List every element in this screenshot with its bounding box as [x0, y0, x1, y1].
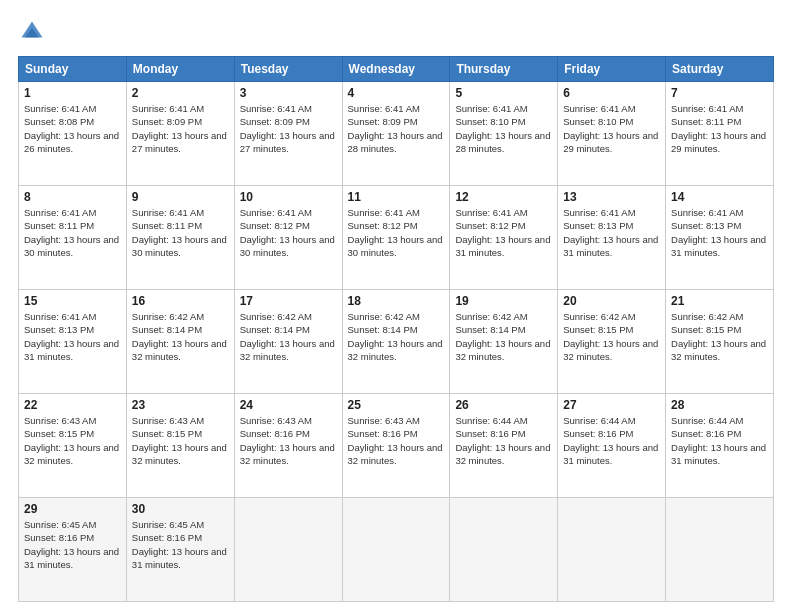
day-number: 25 — [348, 398, 445, 412]
table-row: 21 Sunrise: 6:42 AM Sunset: 8:15 PM Dayl… — [666, 290, 774, 394]
day-number: 22 — [24, 398, 121, 412]
col-thursday: Thursday — [450, 57, 558, 82]
day-number: 23 — [132, 398, 229, 412]
day-number: 12 — [455, 190, 552, 204]
table-row — [342, 498, 450, 602]
table-row: 5 Sunrise: 6:41 AM Sunset: 8:10 PM Dayli… — [450, 82, 558, 186]
day-info: Sunrise: 6:41 AM Sunset: 8:13 PM Dayligh… — [671, 206, 768, 259]
day-number: 5 — [455, 86, 552, 100]
day-number: 7 — [671, 86, 768, 100]
table-row: 18 Sunrise: 6:42 AM Sunset: 8:14 PM Dayl… — [342, 290, 450, 394]
table-row: 14 Sunrise: 6:41 AM Sunset: 8:13 PM Dayl… — [666, 186, 774, 290]
col-sunday: Sunday — [19, 57, 127, 82]
day-info: Sunrise: 6:41 AM Sunset: 8:10 PM Dayligh… — [563, 102, 660, 155]
table-row: 16 Sunrise: 6:42 AM Sunset: 8:14 PM Dayl… — [126, 290, 234, 394]
calendar-week-row: 29 Sunrise: 6:45 AM Sunset: 8:16 PM Dayl… — [19, 498, 774, 602]
day-info: Sunrise: 6:42 AM Sunset: 8:14 PM Dayligh… — [455, 310, 552, 363]
day-info: Sunrise: 6:42 AM Sunset: 8:14 PM Dayligh… — [240, 310, 337, 363]
day-info: Sunrise: 6:41 AM Sunset: 8:12 PM Dayligh… — [348, 206, 445, 259]
logo — [18, 18, 52, 46]
table-row: 30 Sunrise: 6:45 AM Sunset: 8:16 PM Dayl… — [126, 498, 234, 602]
logo-icon — [18, 18, 46, 46]
day-info: Sunrise: 6:42 AM Sunset: 8:15 PM Dayligh… — [671, 310, 768, 363]
day-info: Sunrise: 6:43 AM Sunset: 8:15 PM Dayligh… — [24, 414, 121, 467]
calendar-table: Sunday Monday Tuesday Wednesday Thursday… — [18, 56, 774, 602]
col-saturday: Saturday — [666, 57, 774, 82]
col-tuesday: Tuesday — [234, 57, 342, 82]
day-number: 11 — [348, 190, 445, 204]
day-number: 29 — [24, 502, 121, 516]
day-number: 24 — [240, 398, 337, 412]
day-number: 6 — [563, 86, 660, 100]
day-info: Sunrise: 6:42 AM Sunset: 8:14 PM Dayligh… — [132, 310, 229, 363]
table-row: 24 Sunrise: 6:43 AM Sunset: 8:16 PM Dayl… — [234, 394, 342, 498]
table-row: 27 Sunrise: 6:44 AM Sunset: 8:16 PM Dayl… — [558, 394, 666, 498]
header — [18, 18, 774, 46]
table-row: 25 Sunrise: 6:43 AM Sunset: 8:16 PM Dayl… — [342, 394, 450, 498]
table-row — [558, 498, 666, 602]
table-row: 12 Sunrise: 6:41 AM Sunset: 8:12 PM Dayl… — [450, 186, 558, 290]
table-row: 3 Sunrise: 6:41 AM Sunset: 8:09 PM Dayli… — [234, 82, 342, 186]
day-info: Sunrise: 6:41 AM Sunset: 8:12 PM Dayligh… — [240, 206, 337, 259]
page: Sunday Monday Tuesday Wednesday Thursday… — [0, 0, 792, 612]
day-number: 30 — [132, 502, 229, 516]
table-row: 9 Sunrise: 6:41 AM Sunset: 8:11 PM Dayli… — [126, 186, 234, 290]
calendar-week-row: 8 Sunrise: 6:41 AM Sunset: 8:11 PM Dayli… — [19, 186, 774, 290]
table-row: 6 Sunrise: 6:41 AM Sunset: 8:10 PM Dayli… — [558, 82, 666, 186]
col-friday: Friday — [558, 57, 666, 82]
calendar-week-row: 15 Sunrise: 6:41 AM Sunset: 8:13 PM Dayl… — [19, 290, 774, 394]
day-info: Sunrise: 6:41 AM Sunset: 8:09 PM Dayligh… — [132, 102, 229, 155]
table-row: 23 Sunrise: 6:43 AM Sunset: 8:15 PM Dayl… — [126, 394, 234, 498]
day-info: Sunrise: 6:43 AM Sunset: 8:16 PM Dayligh… — [240, 414, 337, 467]
table-row: 15 Sunrise: 6:41 AM Sunset: 8:13 PM Dayl… — [19, 290, 127, 394]
day-info: Sunrise: 6:44 AM Sunset: 8:16 PM Dayligh… — [563, 414, 660, 467]
day-number: 20 — [563, 294, 660, 308]
table-row: 29 Sunrise: 6:45 AM Sunset: 8:16 PM Dayl… — [19, 498, 127, 602]
table-row: 8 Sunrise: 6:41 AM Sunset: 8:11 PM Dayli… — [19, 186, 127, 290]
table-row: 7 Sunrise: 6:41 AM Sunset: 8:11 PM Dayli… — [666, 82, 774, 186]
day-info: Sunrise: 6:41 AM Sunset: 8:11 PM Dayligh… — [671, 102, 768, 155]
day-number: 26 — [455, 398, 552, 412]
day-number: 16 — [132, 294, 229, 308]
day-number: 14 — [671, 190, 768, 204]
day-info: Sunrise: 6:41 AM Sunset: 8:10 PM Dayligh… — [455, 102, 552, 155]
day-number: 3 — [240, 86, 337, 100]
table-row — [234, 498, 342, 602]
day-number: 17 — [240, 294, 337, 308]
table-row — [666, 498, 774, 602]
day-number: 1 — [24, 86, 121, 100]
day-info: Sunrise: 6:41 AM Sunset: 8:12 PM Dayligh… — [455, 206, 552, 259]
day-number: 18 — [348, 294, 445, 308]
day-info: Sunrise: 6:42 AM Sunset: 8:15 PM Dayligh… — [563, 310, 660, 363]
day-info: Sunrise: 6:43 AM Sunset: 8:15 PM Dayligh… — [132, 414, 229, 467]
calendar-header-row: Sunday Monday Tuesday Wednesday Thursday… — [19, 57, 774, 82]
day-info: Sunrise: 6:45 AM Sunset: 8:16 PM Dayligh… — [132, 518, 229, 571]
table-row: 1 Sunrise: 6:41 AM Sunset: 8:08 PM Dayli… — [19, 82, 127, 186]
day-number: 28 — [671, 398, 768, 412]
col-monday: Monday — [126, 57, 234, 82]
col-wednesday: Wednesday — [342, 57, 450, 82]
day-info: Sunrise: 6:41 AM Sunset: 8:09 PM Dayligh… — [348, 102, 445, 155]
table-row: 22 Sunrise: 6:43 AM Sunset: 8:15 PM Dayl… — [19, 394, 127, 498]
table-row — [450, 498, 558, 602]
day-info: Sunrise: 6:42 AM Sunset: 8:14 PM Dayligh… — [348, 310, 445, 363]
day-number: 4 — [348, 86, 445, 100]
day-info: Sunrise: 6:43 AM Sunset: 8:16 PM Dayligh… — [348, 414, 445, 467]
day-number: 13 — [563, 190, 660, 204]
table-row: 20 Sunrise: 6:42 AM Sunset: 8:15 PM Dayl… — [558, 290, 666, 394]
table-row: 26 Sunrise: 6:44 AM Sunset: 8:16 PM Dayl… — [450, 394, 558, 498]
day-number: 27 — [563, 398, 660, 412]
table-row: 28 Sunrise: 6:44 AM Sunset: 8:16 PM Dayl… — [666, 394, 774, 498]
table-row: 13 Sunrise: 6:41 AM Sunset: 8:13 PM Dayl… — [558, 186, 666, 290]
day-info: Sunrise: 6:45 AM Sunset: 8:16 PM Dayligh… — [24, 518, 121, 571]
day-info: Sunrise: 6:44 AM Sunset: 8:16 PM Dayligh… — [455, 414, 552, 467]
calendar-week-row: 22 Sunrise: 6:43 AM Sunset: 8:15 PM Dayl… — [19, 394, 774, 498]
day-number: 19 — [455, 294, 552, 308]
day-number: 8 — [24, 190, 121, 204]
day-number: 10 — [240, 190, 337, 204]
day-info: Sunrise: 6:44 AM Sunset: 8:16 PM Dayligh… — [671, 414, 768, 467]
day-info: Sunrise: 6:41 AM Sunset: 8:08 PM Dayligh… — [24, 102, 121, 155]
day-info: Sunrise: 6:41 AM Sunset: 8:13 PM Dayligh… — [563, 206, 660, 259]
table-row: 19 Sunrise: 6:42 AM Sunset: 8:14 PM Dayl… — [450, 290, 558, 394]
table-row: 10 Sunrise: 6:41 AM Sunset: 8:12 PM Dayl… — [234, 186, 342, 290]
